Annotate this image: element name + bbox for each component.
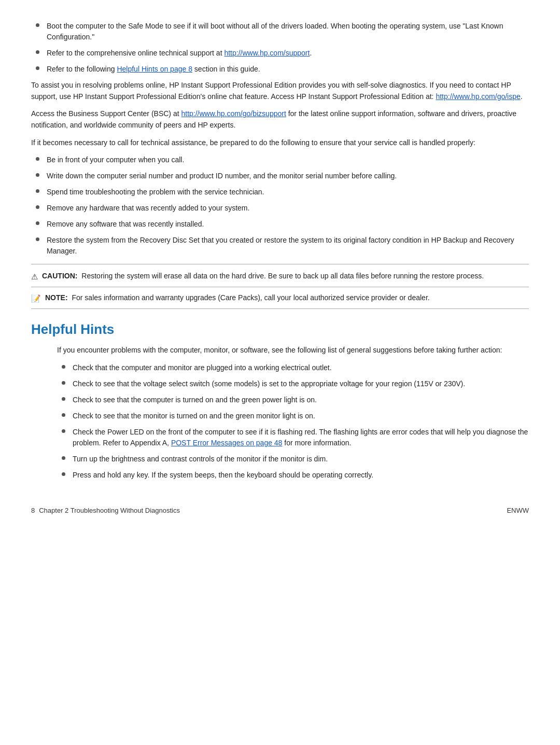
bullet-dot — [62, 381, 65, 385]
caution-block: ⚠ CAUTION: Restoring the system will era… — [31, 270, 529, 287]
bullet-text: Boot the computer to the Safe Mode to se… — [47, 21, 529, 43]
bullet-text: Turn up the brightness and contrast cont… — [73, 454, 529, 465]
note-body: For sales information and warranty upgra… — [72, 293, 429, 302]
call-bullet-list: Be in front of your computer when you ca… — [31, 154, 529, 257]
paragraph-3: If it becomes necessary to call for tech… — [31, 137, 529, 149]
bullet-dot — [36, 173, 39, 177]
note-text: NOTE: For sales information and warranty… — [45, 293, 430, 302]
caution-icon: ⚠ — [31, 272, 38, 282]
hints-bullet-list: Check that the computer and monitor are … — [57, 362, 529, 481]
bullet-text: Check to see that the voltage select swi… — [73, 378, 529, 389]
hints-content: If you encounter problems with the compu… — [31, 345, 529, 481]
note-block: 📝 NOTE: For sales information and warran… — [31, 291, 529, 309]
bullet-text: Restore the system from the Recovery Dis… — [47, 235, 529, 257]
bullet-text: Be in front of your computer when you ca… — [47, 154, 529, 165]
bullet-text: Remove any software that was recently in… — [47, 219, 529, 230]
list-item: Remove any hardware that was recently ad… — [31, 203, 529, 214]
bullet-text: Press and hold any key. If the system be… — [73, 470, 529, 481]
list-item: Refer to the following Helpful Hints on … — [31, 64, 529, 75]
page-content: Boot the computer to the Safe Mode to se… — [31, 21, 529, 514]
bullet-dot — [36, 157, 39, 161]
bullet-dot — [62, 365, 65, 369]
list-item: Remove any software that was recently in… — [31, 219, 529, 230]
list-item: Be in front of your computer when you ca… — [31, 154, 529, 165]
list-item: Check to see that the voltage select swi… — [57, 378, 529, 389]
note-label: NOTE: — [45, 293, 68, 302]
bullet-text: Spend time troubleshooting the problem w… — [47, 187, 529, 198]
footer-page-number: 8 — [31, 507, 35, 514]
footer-chapter-text: Chapter 2 Troubleshooting Without Diagno… — [39, 507, 180, 514]
list-item: Check the Power LED on the front of the … — [57, 427, 529, 448]
bullet-dot — [36, 66, 39, 70]
list-item: Check to see that the computer is turned… — [57, 395, 529, 405]
list-item: Spend time troubleshooting the problem w… — [31, 187, 529, 198]
footer-left: 8 Chapter 2 Troubleshooting Without Diag… — [31, 507, 180, 514]
list-item: Restore the system from the Recovery Dis… — [31, 235, 529, 257]
bizsupport-link[interactable]: http://www.hp.com/go/bizsupport — [181, 109, 286, 118]
list-item: Turn up the brightness and contrast cont… — [57, 454, 529, 465]
caution-label: CAUTION: — [42, 272, 77, 280]
divider — [31, 264, 529, 264]
bullet-dot — [62, 413, 65, 417]
bullet-dot — [36, 221, 39, 225]
post-error-link[interactable]: POST Error Messages on page 48 — [171, 439, 283, 447]
helpful-hints-link[interactable]: Helpful Hints on page 8 — [117, 65, 192, 73]
bullet-text: Write down the computer serial number an… — [47, 171, 529, 181]
hints-intro: If you encounter problems with the compu… — [57, 345, 529, 356]
list-item: Check to see that the monitor is turned … — [57, 411, 529, 421]
list-item: Refer to the comprehensive online techni… — [31, 48, 529, 59]
section-title-helpful-hints: Helpful Hints — [31, 321, 529, 338]
ispe-link[interactable]: http://www.hp.com/go/ispe — [436, 92, 520, 101]
paragraph-2: Access the Business Support Center (BSC)… — [31, 108, 529, 131]
caution-text: CAUTION: Restoring the system will erase… — [42, 272, 484, 280]
bullet-dot — [36, 23, 39, 27]
bullet-dot — [36, 50, 39, 54]
footer-right-text: ENWW — [507, 507, 529, 514]
page-footer: 8 Chapter 2 Troubleshooting Without Diag… — [31, 507, 529, 514]
bullet-dot — [36, 205, 39, 209]
hp-support-link[interactable]: http://www.hp.com/support — [224, 49, 310, 57]
bullet-dot — [62, 472, 65, 476]
bullet-text: Check that the computer and monitor are … — [73, 362, 529, 373]
list-item: Check that the computer and monitor are … — [57, 362, 529, 373]
bullet-text: Check to see that the monitor is turned … — [73, 411, 529, 421]
list-item: Boot the computer to the Safe Mode to se… — [31, 21, 529, 43]
top-bullet-list: Boot the computer to the Safe Mode to se… — [31, 21, 529, 75]
bullet-text: Refer to the following Helpful Hints on … — [47, 64, 529, 75]
bullet-text: Refer to the comprehensive online techni… — [47, 48, 529, 59]
list-item: Press and hold any key. If the system be… — [57, 470, 529, 481]
bullet-dot — [62, 456, 65, 460]
caution-body: Restoring the system will erase all data… — [81, 272, 484, 280]
bullet-text: Check the Power LED on the front of the … — [73, 427, 529, 448]
list-item: Write down the computer serial number an… — [31, 171, 529, 181]
bullet-dot — [62, 429, 65, 433]
bullet-dot — [36, 189, 39, 193]
bullet-dot — [62, 397, 65, 401]
bullet-text: Remove any hardware that was recently ad… — [47, 203, 529, 214]
note-icon: 📝 — [31, 294, 41, 303]
bullet-text: Check to see that the computer is turned… — [73, 395, 529, 405]
bullet-dot — [36, 237, 39, 241]
paragraph-1: To assist you in resolving problems onli… — [31, 80, 529, 102]
